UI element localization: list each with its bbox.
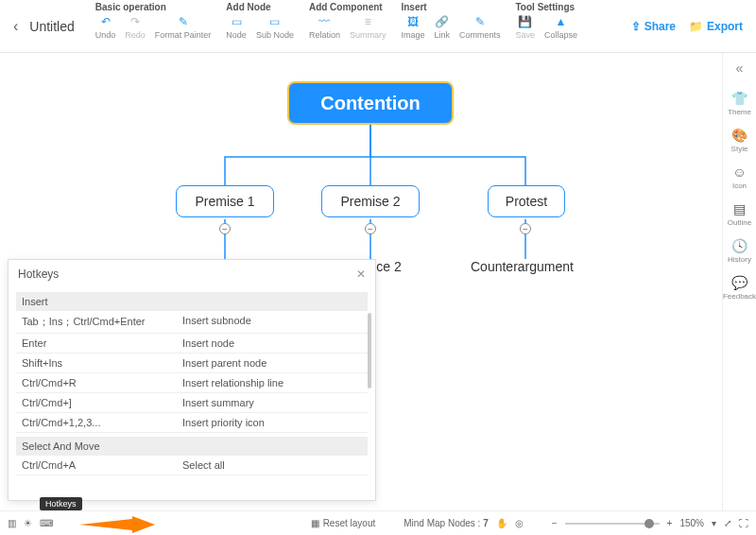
export-icon: 📁 bbox=[689, 20, 703, 33]
fit-icon[interactable]: ⤢ bbox=[724, 518, 731, 528]
hotkeys-body: Insert Tab；Ins；Ctrl/Cmd+EnterInsert subn… bbox=[9, 288, 375, 500]
hotkeys-section-insert: Insert bbox=[16, 292, 368, 311]
group-add-component: Add Component 〰Relation ≡Summary bbox=[301, 0, 394, 52]
sidebar-icon[interactable]: ☺Icon bbox=[732, 164, 747, 190]
summary-icon: ≡ bbox=[360, 14, 375, 29]
leaf-counterargument[interactable]: Counterargument bbox=[471, 259, 574, 274]
sidebar-feedback[interactable]: 💬Feedback bbox=[723, 275, 756, 301]
hotkeys-section-select: Select And Move bbox=[16, 437, 368, 456]
fullscreen-icon[interactable]: ⛶ bbox=[739, 518, 748, 528]
grid-icon: ▦ bbox=[311, 518, 319, 528]
redo-button[interactable]: ↷Redo bbox=[125, 14, 146, 40]
sidebar-theme[interactable]: 👕Theme bbox=[728, 91, 751, 116]
group-basic-operation: Basic operation ↶Undo ↷Redo ✎Format Pain… bbox=[88, 0, 219, 52]
hotkeys-title: Hotkeys bbox=[18, 268, 59, 281]
group-insert: Insert 🖼Image 🔗Link ✎Comments bbox=[393, 0, 507, 52]
link-icon: 🔗 bbox=[435, 14, 450, 29]
outline-icon: ▤ bbox=[733, 201, 746, 216]
share-button[interactable]: ⇪Share bbox=[631, 20, 676, 33]
zoom-in-button[interactable]: + bbox=[667, 518, 673, 528]
target-icon[interactable]: ◎ bbox=[515, 518, 524, 528]
layout-icon[interactable]: ▥ bbox=[8, 518, 16, 528]
image-icon: 🖼 bbox=[405, 14, 421, 29]
reset-layout-button[interactable]: ▦Reset layout bbox=[311, 518, 376, 528]
brightness-icon[interactable]: ☀ bbox=[24, 518, 32, 528]
undo-button[interactable]: ↶Undo bbox=[95, 14, 116, 40]
summary-button[interactable]: ≡Summary bbox=[350, 14, 387, 40]
export-button[interactable]: 📁Export bbox=[689, 20, 743, 33]
chat-icon: 💬 bbox=[731, 275, 747, 290]
root-node[interactable]: Contention bbox=[287, 81, 454, 125]
top-toolbar: ‹ Untitled Basic operation ↶Undo ↷Redo ✎… bbox=[0, 0, 756, 53]
undo-icon: ↶ bbox=[98, 14, 113, 29]
zoom-out-button[interactable]: − bbox=[552, 518, 558, 528]
brush-icon: ✎ bbox=[176, 14, 191, 29]
sidebar-history[interactable]: 🕓History bbox=[728, 238, 751, 264]
hotkeys-panel: Hotkeys ✕ Insert Tab；Ins；Ctrl/Cmd+EnterI… bbox=[8, 259, 376, 501]
nodes-count-label: Mind Map Nodes : 7 bbox=[404, 518, 489, 528]
node-icon: ▭ bbox=[229, 14, 244, 29]
comment-icon: ✎ bbox=[472, 14, 488, 29]
clock-icon: 🕓 bbox=[731, 238, 747, 253]
keyboard-icon[interactable]: ⌨ bbox=[40, 518, 53, 528]
zoom-menu-icon[interactable]: ▾ bbox=[712, 518, 716, 528]
comments-button[interactable]: ✎Comments bbox=[459, 14, 501, 40]
shirt-icon: 👕 bbox=[731, 91, 747, 106]
collapse-toggle-3[interactable]: − bbox=[520, 223, 531, 234]
sidebar-style[interactable]: 🎨Style bbox=[731, 128, 748, 153]
group-tool-settings: Tool Settings 💾Save ▲Collapse bbox=[508, 0, 586, 52]
palette-icon: 🎨 bbox=[731, 128, 747, 143]
scrollbar[interactable] bbox=[368, 313, 371, 388]
collapse-toggle-2[interactable]: − bbox=[365, 223, 376, 234]
close-icon[interactable]: ✕ bbox=[356, 268, 366, 281]
relation-button[interactable]: 〰Relation bbox=[309, 14, 340, 40]
link-button[interactable]: 🔗Link bbox=[434, 14, 450, 40]
sidebar-outline[interactable]: ▤Outline bbox=[728, 201, 751, 227]
collapse-icon: ▲ bbox=[554, 14, 569, 29]
share-icon: ⇪ bbox=[631, 20, 641, 33]
redo-icon: ↷ bbox=[128, 14, 143, 29]
subnode-button[interactable]: ▭Sub Node bbox=[256, 14, 294, 40]
zoom-slider[interactable] bbox=[565, 523, 660, 525]
node-premise-1[interactable]: Premise 1 bbox=[176, 185, 274, 217]
format-painter-button[interactable]: ✎Format Painter bbox=[155, 14, 212, 40]
status-bar: ▥ ☀ ⌨ ▦Reset layout Mind Map Nodes : 7 ✋… bbox=[0, 510, 756, 535]
save-button[interactable]: 💾Save bbox=[516, 14, 536, 40]
image-button[interactable]: 🖼Image bbox=[401, 14, 424, 40]
back-icon[interactable]: ‹ bbox=[13, 18, 18, 35]
collapse-toggle-1[interactable]: − bbox=[219, 223, 231, 234]
hotkeys-tooltip: Hotkeys bbox=[40, 497, 82, 510]
node-button[interactable]: ▭Node bbox=[226, 14, 247, 40]
zoom-value: 150% bbox=[679, 518, 704, 528]
document-title[interactable]: Untitled bbox=[29, 19, 74, 34]
right-sidebar: « 👕Theme 🎨Style ☺Icon ▤Outline 🕓History … bbox=[722, 53, 756, 510]
collapse-button[interactable]: ▲Collapse bbox=[544, 14, 577, 40]
sidebar-collapse-icon[interactable]: « bbox=[736, 60, 744, 76]
node-protest[interactable]: Protest bbox=[488, 185, 565, 217]
relation-icon: 〰 bbox=[317, 14, 332, 29]
node-premise-2[interactable]: Premise 2 bbox=[321, 185, 420, 217]
hand-icon[interactable]: ✋ bbox=[496, 518, 507, 528]
smiley-icon: ☺ bbox=[732, 164, 746, 180]
group-add-node: Add Node ▭Node ▭Sub Node bbox=[218, 0, 301, 52]
subnode-icon: ▭ bbox=[267, 14, 283, 29]
save-icon: 💾 bbox=[518, 14, 533, 29]
